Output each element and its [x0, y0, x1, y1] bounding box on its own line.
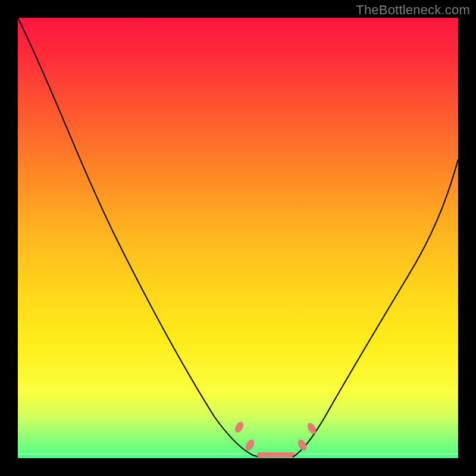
left-curve	[18, 18, 259, 457]
curve-layer	[18, 18, 458, 458]
watermark-text: TheBottleneck.com	[356, 2, 470, 18]
bottom-flat-marker	[257, 452, 295, 458]
left-marker-upper	[233, 420, 245, 434]
right-marker-upper	[306, 421, 318, 435]
chart-frame: TheBottleneck.com	[0, 0, 476, 476]
right-curve	[293, 159, 458, 457]
plot-area	[18, 18, 458, 458]
left-marker-lower	[244, 438, 256, 452]
